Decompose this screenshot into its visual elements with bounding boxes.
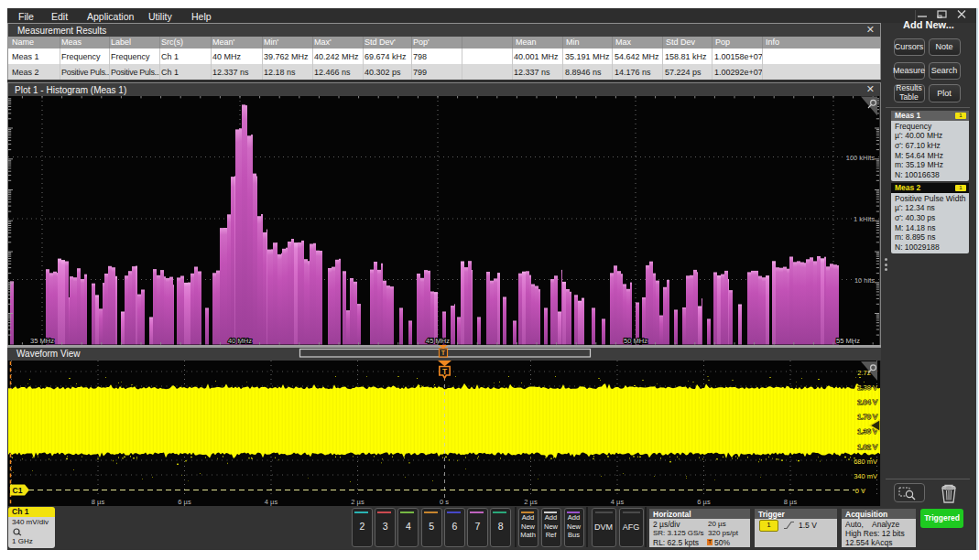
svg-text:8 µs: 8 µs [784, 498, 798, 506]
svg-text:2.38 V: 2.38 V [857, 383, 877, 392]
svg-text:T: T [441, 350, 446, 356]
svg-text:8 µs: 8 µs [92, 498, 105, 506]
svg-text:0 V: 0 V [855, 487, 865, 495]
svg-text:100 kHits: 100 kHits [846, 154, 876, 162]
svg-text:1.02 V: 1.02 V [857, 443, 877, 451]
svg-text:680 mV: 680 mV [854, 458, 877, 466]
svg-text:4 µs: 4 µs [265, 498, 278, 506]
svg-text:340 mV: 340 mV [854, 472, 877, 480]
svg-text:2.04 V: 2.04 V [857, 398, 877, 406]
svg-text:6 µs: 6 µs [697, 498, 711, 506]
svg-text:T: T [442, 367, 448, 376]
svg-text:2 µs: 2 µs [524, 498, 538, 506]
svg-text:2 µs: 2 µs [351, 498, 364, 506]
svg-text:C1: C1 [13, 486, 23, 495]
svg-text:4 µs: 4 µs [611, 498, 625, 506]
svg-text:1.70 V: 1.70 V [857, 413, 877, 421]
svg-text:0 s: 0 s [440, 498, 449, 506]
svg-text:1 kHits: 1 kHits [854, 215, 875, 223]
svg-text:6 µs: 6 µs [178, 498, 191, 506]
svg-text:10 hits: 10 hits [854, 276, 875, 285]
svg-text:55 MHz: 55 MHz [836, 337, 860, 345]
